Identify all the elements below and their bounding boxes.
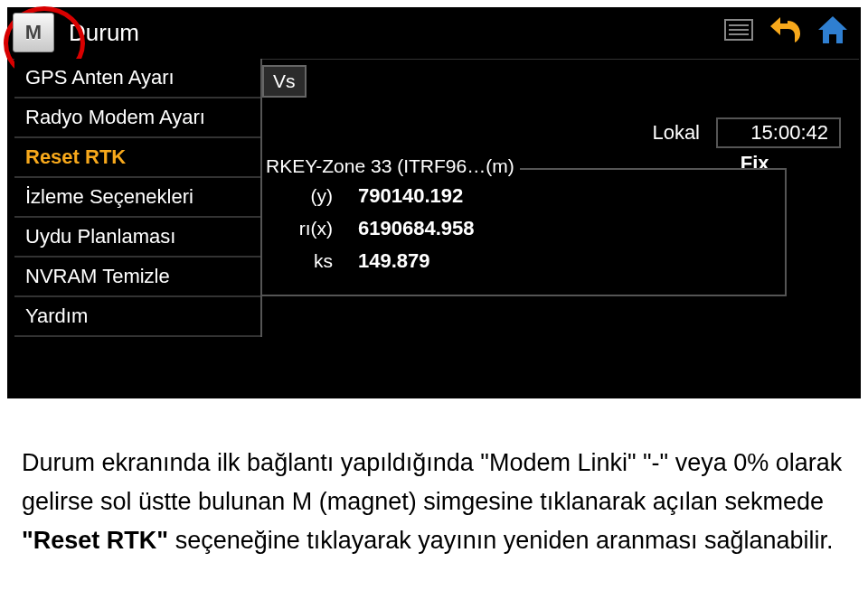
coord-label-y: (y) [260, 185, 358, 207]
coord-row-y: (y) 790140.192 [260, 184, 785, 208]
app-window: M Durum Vs [7, 7, 861, 398]
coord-fieldset: RKEY-Zone 33 (ITRF96…(m) (y) 790140.192 … [260, 168, 787, 296]
tab-fragment[interactable]: Vs [262, 65, 307, 98]
coord-label-ks: ks [260, 250, 358, 272]
menu-item-uydu[interactable]: Uydu Planlaması [14, 218, 260, 258]
time-value: 15:00:42 [716, 117, 841, 148]
lokal-label: Lokal [652, 121, 700, 145]
back-arrow-icon[interactable] [767, 14, 805, 46]
menu-item-izleme[interactable]: İzleme Seçenekleri [14, 178, 260, 218]
home-icon[interactable] [814, 14, 852, 46]
coord-value-ks: 149.879 [358, 249, 430, 273]
caption-paragraph: Durum ekranında ilk bağlantı yapıldığınd… [22, 444, 846, 561]
top-icon-bar [720, 14, 852, 46]
coord-row-ks: ks 149.879 [260, 249, 785, 273]
coord-label-x: rı(x) [260, 218, 358, 239]
fieldset-legend: RKEY-Zone 33 (ITRF96…(m) [260, 155, 520, 177]
coord-row-x: rı(x) 6190684.958 [260, 217, 785, 240]
caption-text-b: seçeneğine tıklayarak yayının yeniden ar… [168, 527, 833, 554]
menu-item-gps-anten[interactable]: GPS Anten Ayarı [14, 59, 260, 98]
window-title: Durum [69, 19, 139, 47]
menu-item-reset-rtk[interactable]: Reset RTK [14, 138, 260, 178]
menu-item-yardim[interactable]: Yardım [14, 297, 260, 337]
title-bar: M Durum [9, 10, 859, 55]
status-block: Lokal 15:00:42 Fix [652, 117, 841, 175]
coord-value-x: 6190684.958 [358, 217, 474, 240]
caption-bold: "Reset RTK" [22, 527, 168, 554]
coord-value-y: 790140.192 [358, 184, 463, 208]
menu-item-nvram[interactable]: NVRAM Temizle [14, 258, 260, 297]
caption-text-a: Durum ekranında ilk bağlantı yapıldığınd… [22, 449, 842, 515]
list-icon[interactable] [720, 14, 758, 46]
dropdown-menu: GPS Anten Ayarı Radyo Modem Ayarı Reset … [14, 59, 262, 337]
menu-item-radyo-modem[interactable]: Radyo Modem Ayarı [14, 98, 260, 138]
m-menu-button[interactable]: M [13, 13, 54, 52]
